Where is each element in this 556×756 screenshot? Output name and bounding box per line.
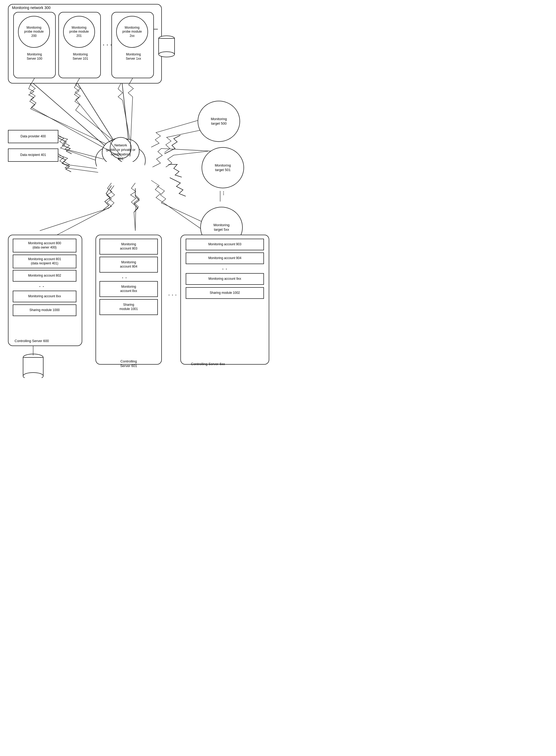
data-provider-box: Data provider 400 (8, 130, 58, 143)
account-8xx-box-cs600: Monitoring account 8xx (13, 291, 76, 302)
account-9xx-label: Monitoring account 9xx (209, 277, 241, 281)
account-802-label: Monitoring account 802 (28, 274, 61, 278)
account-801-box: Monitoring account 801(data recipient 40… (13, 255, 76, 268)
data-recipient-box: Data recipient 401 (8, 148, 58, 162)
database-1200 (21, 353, 45, 378)
probe-201-circle: Monitoringprobe module201 (63, 16, 95, 48)
target-501-label: Monitoringtarget 501 (215, 163, 231, 172)
sharing-1000-label: Sharing module 1000 (29, 308, 60, 312)
account-8xx-box-cs601: Monitoringaccount 8xx (100, 281, 158, 297)
sharing-1002-box: Sharing module 1002 (186, 287, 264, 299)
probe-201-label: Monitoringprobe module201 (69, 26, 89, 38)
data-recipient-label: Data recipient 401 (20, 153, 46, 157)
account-803-box: Monitoringaccount 803 (100, 239, 158, 255)
svg-point-23 (23, 372, 43, 378)
account-8xx-label-cs600: Monitoring account 8xx (28, 294, 61, 298)
account-803-label: Monitoringaccount 803 (120, 242, 137, 251)
data-provider-label: Data provider 400 (21, 135, 46, 139)
account-903-box: Monitoring account 903 (186, 239, 264, 250)
db-line-cs600 (32, 346, 34, 355)
account-804-box: Monitoringaccount 804 (100, 257, 158, 273)
account-800-box: Monitoring account 800(data owner 400) (13, 239, 76, 252)
cs600-label: Controlling Server 600 (14, 339, 49, 344)
sharing-1000-box: Sharing module 1000 (13, 304, 76, 316)
server-100-label: MonitoringServer 100 (20, 52, 49, 61)
sharing-1001-box: Sharingmodule 1001 (100, 299, 158, 315)
diagram: Monitoring network 300 Monitoringprobe m… (0, 0, 278, 378)
target-5xx-label: Monitoringtarget 5xx (213, 223, 230, 232)
account-801-label: Monitoring account 801(data recipient 40… (28, 257, 61, 265)
cs6xx-dots: . . (222, 266, 227, 271)
database-icon-top (157, 34, 176, 58)
cs601-label: ControllingServer 601 (103, 359, 154, 368)
account-802-box: Monitoring account 802 (13, 270, 76, 282)
account-904-box: Monitoring account 904 (186, 252, 264, 264)
account-904-label: Monitoring account 904 (208, 256, 241, 260)
account-800-label: Monitoring account 800(data owner 400) (28, 241, 61, 250)
probe-2xx-circle: Monitoringprobe module2xx (116, 16, 148, 48)
target-500-label: Monitoringtarget 500 (211, 117, 227, 126)
svg-point-6 (159, 52, 175, 57)
monitoring-network-label: Monitoring network 300 (12, 5, 51, 10)
sharing-1001-label: Sharingmodule 1001 (119, 303, 138, 311)
account-903-label: Monitoring account 903 (208, 242, 241, 247)
account-8xx-label-cs601: Monitoringaccount 8xx (120, 285, 137, 293)
target-501-circle: Monitoringtarget 501 (202, 147, 244, 188)
sharing-1002-label: Sharing module 1002 (210, 291, 240, 295)
probe-2xx-label: Monitoringprobe module2xx (122, 26, 142, 38)
db-connector (154, 21, 159, 37)
cs-dots-middle: . . . (168, 292, 177, 296)
server-101-label: MonitoringServer 101 (66, 52, 95, 61)
cs6xx-label: Controlling Server 6xx (191, 362, 225, 366)
probe-200-circle: Monitoringprobe module200 (18, 16, 50, 48)
account-9xx-box: Monitoring account 9xx (186, 273, 264, 285)
target-dots: ... (220, 191, 225, 195)
account-804-label: Monitoringaccount 804 (120, 260, 137, 268)
server-dots: . . . (103, 41, 112, 47)
cs601-dots: . . (122, 275, 127, 279)
svg-rect-16 (97, 162, 145, 178)
cs600-dots: . . (39, 283, 44, 288)
network-cloud-label: Network(public or private orcombination)… (98, 143, 143, 161)
server-1xx-label: MonitoringServer 1xx (119, 52, 148, 61)
target-500-circle: Monitoringtarget 500 (198, 101, 240, 142)
probe-200-label: Monitoringprobe module200 (24, 26, 43, 38)
